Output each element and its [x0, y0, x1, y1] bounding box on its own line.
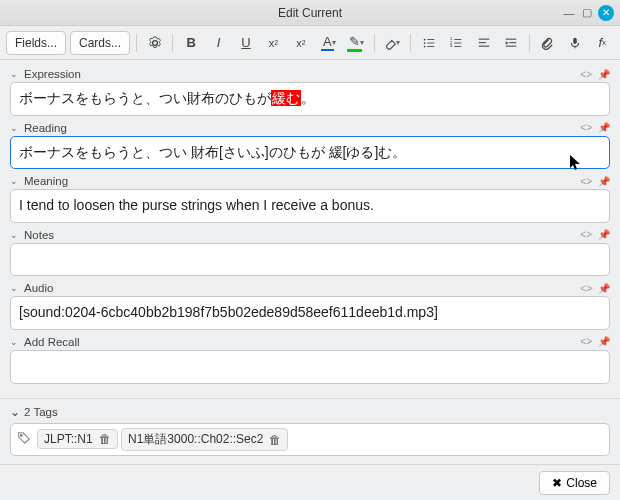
field-input-expression[interactable]: ボーナスをもらうと、つい財布のひもが緩む。 — [10, 82, 610, 116]
field-row: ⌄Reading<>📌ボーナスをもらうと、つい 財布[さいふ]のひもが 緩[ゆる… — [10, 120, 610, 170]
bold-icon[interactable]: B — [179, 31, 202, 55]
tag-chip[interactable]: N1単語3000::Ch02::Sec2🗑 — [121, 428, 288, 451]
eraser-icon[interactable]: ▾ — [380, 31, 403, 55]
dialog-footer: ✖ Close — [0, 464, 620, 500]
svg-rect-9 — [454, 42, 461, 43]
chevron-down-icon: ⌄ — [10, 405, 20, 419]
chevron-down-icon: ⌄ — [10, 230, 20, 240]
cards-button[interactable]: Cards... — [70, 31, 130, 55]
tags-section: ⌄ 2 Tags JLPT::N1🗑 N1単語3000::Ch02::Sec2🗑 — [0, 398, 620, 464]
close-button[interactable]: ✖ Close — [539, 471, 610, 495]
separator — [172, 34, 173, 52]
text-color-icon[interactable]: A▾ — [317, 31, 340, 55]
pin-icon[interactable]: 📌 — [598, 176, 610, 187]
svg-rect-18 — [573, 37, 577, 43]
ordered-list-icon[interactable]: 123 — [444, 31, 467, 55]
field-row: ⌄Meaning<>📌I tend to loosen the purse st… — [10, 173, 610, 223]
tag-icon — [17, 431, 31, 448]
field-header[interactable]: ⌄Notes<>📌 — [10, 227, 610, 243]
pin-icon[interactable]: 📌 — [598, 69, 610, 80]
gear-icon[interactable] — [143, 31, 166, 55]
field-header[interactable]: ⌄Add Recall<>📌 — [10, 334, 610, 350]
window-title: Edit Current — [278, 6, 342, 20]
field-name: Reading — [24, 122, 67, 134]
field-header[interactable]: ⌄Expression<>📌 — [10, 66, 610, 82]
field-input-reading[interactable]: ボーナスをもらうと、つい 財布[さいふ]のひもが 緩[ゆる]む。 — [10, 136, 610, 170]
field-row: ⌄Add Recall<>📌 — [10, 334, 610, 384]
indent-icon[interactable] — [499, 31, 522, 55]
close-icon: ✖ — [552, 476, 562, 490]
underline-icon[interactable]: U — [234, 31, 257, 55]
svg-rect-15 — [506, 38, 517, 39]
tags-header[interactable]: ⌄ 2 Tags — [10, 403, 610, 423]
separator — [374, 34, 375, 52]
fields-area: ⌄Expression<>📌ボーナスをもらうと、つい財布のひもが緩む。⌄Read… — [0, 60, 620, 398]
code-icon[interactable]: <> — [580, 69, 592, 80]
field-input-add-recall[interactable] — [10, 350, 610, 384]
svg-text:3: 3 — [450, 43, 453, 48]
field-input-audio[interactable]: [sound:0204-6cbc40bb2b198f7b5b02ede89d58… — [10, 296, 610, 330]
code-icon[interactable]: <> — [580, 176, 592, 187]
italic-icon[interactable]: I — [207, 31, 230, 55]
tag-delete-icon[interactable]: 🗑 — [269, 433, 281, 447]
close-label: Close — [566, 476, 597, 490]
pin-icon[interactable]: 📌 — [598, 122, 610, 133]
window-close-icon[interactable]: ✕ — [598, 5, 614, 21]
svg-point-0 — [423, 38, 425, 40]
tags-input[interactable]: JLPT::N1🗑 N1単語3000::Ch02::Sec2🗑 — [10, 423, 610, 456]
svg-point-4 — [423, 45, 425, 47]
chevron-down-icon: ⌄ — [10, 69, 20, 79]
alignment-icon[interactable] — [472, 31, 495, 55]
minimize-icon[interactable]: — — [562, 6, 576, 20]
svg-rect-3 — [427, 42, 434, 43]
svg-rect-17 — [506, 45, 517, 46]
svg-rect-16 — [509, 42, 516, 43]
fields-button[interactable]: Fields... — [6, 31, 66, 55]
subscript-icon[interactable]: x2 — [289, 31, 312, 55]
field-name: Meaning — [24, 175, 68, 187]
superscript-icon[interactable]: x2 — [262, 31, 285, 55]
chevron-down-icon: ⌄ — [10, 176, 20, 186]
field-row: ⌄Expression<>📌ボーナスをもらうと、つい財布のひもが緩む。 — [10, 66, 610, 116]
tag-text: N1単語3000::Ch02::Sec2 — [128, 431, 263, 448]
pin-icon[interactable]: 📌 — [598, 283, 610, 294]
field-input-meaning[interactable]: I tend to loosen the purse strings when … — [10, 189, 610, 223]
tag-delete-icon[interactable]: 🗑 — [99, 432, 111, 446]
title-bar: Edit Current — ▢ ✕ — [0, 0, 620, 26]
separator — [410, 34, 411, 52]
field-name: Add Recall — [24, 336, 80, 348]
svg-point-2 — [423, 42, 425, 44]
field-header[interactable]: ⌄Meaning<>📌 — [10, 173, 610, 189]
pin-icon[interactable]: 📌 — [598, 336, 610, 347]
chevron-down-icon: ⌄ — [10, 337, 20, 347]
microphone-icon[interactable] — [563, 31, 586, 55]
separator — [529, 34, 530, 52]
svg-rect-5 — [427, 46, 434, 47]
tag-text: JLPT::N1 — [44, 432, 93, 446]
separator — [136, 34, 137, 52]
tag-chip[interactable]: JLPT::N1🗑 — [37, 429, 118, 449]
svg-rect-1 — [427, 39, 434, 40]
field-header[interactable]: ⌄Reading<>📌 — [10, 120, 610, 136]
field-input-notes[interactable] — [10, 243, 610, 277]
maximize-icon[interactable]: ▢ — [580, 6, 594, 20]
attachment-icon[interactable] — [536, 31, 559, 55]
svg-rect-13 — [478, 42, 485, 43]
code-icon[interactable]: <> — [580, 122, 592, 133]
chevron-down-icon: ⌄ — [10, 283, 20, 293]
field-header[interactable]: ⌄Audio<>📌 — [10, 280, 610, 296]
code-icon[interactable]: <> — [580, 283, 592, 294]
svg-rect-11 — [454, 46, 461, 47]
svg-rect-7 — [454, 39, 461, 40]
field-row: ⌄Audio<>📌[sound:0204-6cbc40bb2b198f7b5b0… — [10, 280, 610, 330]
code-icon[interactable]: <> — [580, 336, 592, 347]
unordered-list-icon[interactable] — [417, 31, 440, 55]
highlight-color-icon[interactable]: ✎▾ — [344, 31, 367, 55]
code-icon[interactable]: <> — [580, 229, 592, 240]
chevron-down-icon: ⌄ — [10, 123, 20, 133]
pin-icon[interactable]: 📌 — [598, 229, 610, 240]
svg-point-19 — [21, 435, 23, 437]
editor-toolbar: Fields... Cards... B I U x2 x2 A▾ ✎▾ ▾ 1… — [0, 26, 620, 60]
function-icon[interactable]: fx — [591, 31, 614, 55]
svg-rect-12 — [478, 38, 489, 39]
